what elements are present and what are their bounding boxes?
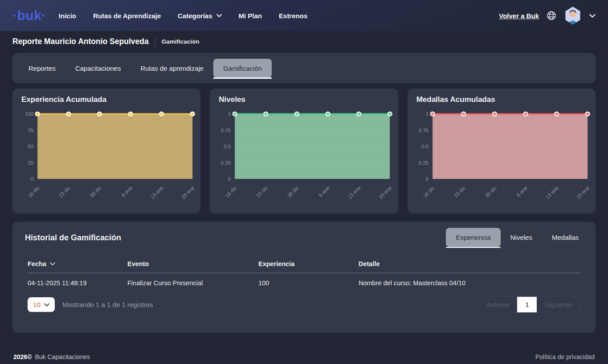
svg-text:0.5: 0.5	[224, 144, 231, 149]
page-size-select[interactable]: 10	[28, 297, 55, 312]
area-chart-niveles: 00.250.50.75116 dic23 dic30 dic6 ene13 e…	[214, 108, 393, 208]
table-header-row: FechaEventoExperienciaDetalle	[28, 260, 580, 273]
svg-text:0.75: 0.75	[221, 128, 231, 133]
history-tabs: ExperienciaNivelesMedallas	[446, 228, 588, 247]
table-cell: Finalizar Curso Presencial	[127, 273, 258, 292]
privacy-policy-link[interactable]: Política de privacidad	[535, 353, 595, 360]
profile-chevron-down-icon[interactable]	[589, 14, 596, 18]
svg-text:20 ene: 20 ene	[180, 185, 195, 200]
column-header-experiencia[interactable]: Experiencia	[258, 260, 359, 267]
report-tabs-bar: ReportesCapacitacionesRutas de aprendiza…	[12, 53, 596, 83]
svg-text:13 ene: 13 ene	[347, 185, 362, 200]
svg-text:6 ene: 6 ene	[318, 185, 331, 198]
svg-text:30 dic: 30 dic	[484, 185, 497, 198]
area-chart-medallas-acumuladas: 00.250.50.75116 dic23 dic30 dic6 ene13 e…	[412, 108, 591, 208]
column-header-evento[interactable]: Evento	[127, 260, 258, 267]
avatar[interactable]	[564, 6, 582, 25]
nav-item-estrenos[interactable]: Estrenos	[279, 12, 307, 20]
table-cell: 04-11-2025 11:48:19	[28, 273, 127, 292]
svg-text:23 dic: 23 dic	[255, 185, 269, 198]
column-header-fecha[interactable]: Fecha	[28, 260, 127, 267]
history-tab-experiencia[interactable]: Experiencia	[446, 228, 500, 247]
current-page-button[interactable]: 1	[517, 297, 537, 312]
svg-text:25: 25	[28, 160, 33, 166]
svg-text:50: 50	[28, 144, 33, 149]
svg-text:100: 100	[25, 111, 33, 117]
table-row: 04-11-2025 11:48:19Finalizar Curso Prese…	[28, 273, 580, 292]
tab-capacitaciones[interactable]: Capacitaciones	[65, 59, 131, 78]
pager: Anterior 1 Siguiente	[478, 296, 580, 313]
svg-text:20 ene: 20 ene	[575, 185, 590, 200]
top-navbar: ·buk· InicioRutas de AprendizajeCategorí…	[0, 0, 608, 31]
chart-card-niveles: Niveles00.250.50.75116 dic23 dic30 dic6 …	[210, 89, 398, 214]
globe-icon[interactable]	[547, 11, 556, 20]
column-header-detalle[interactable]: Detalle	[359, 260, 580, 267]
svg-text:20 ene: 20 ene	[378, 185, 393, 200]
chart-title: Niveles	[219, 95, 393, 104]
svg-text:0.75: 0.75	[418, 128, 428, 133]
svg-text:13 ene: 13 ene	[544, 185, 559, 200]
svg-text:23 dic: 23 dic	[58, 185, 71, 198]
svg-text:1: 1	[425, 111, 428, 117]
svg-text:16 dic: 16 dic	[224, 185, 238, 198]
pagination-row: 10 Mostrando 1 a 1 de 1 registros Anteri…	[28, 296, 580, 313]
svg-text:30 dic: 30 dic	[89, 185, 102, 198]
nav-item-label: Estrenos	[279, 12, 307, 20]
chart-title: Experiencia Acumulada	[21, 95, 196, 104]
nav-item-inicio[interactable]: Inicio	[59, 12, 76, 20]
table-cell: Nombre del curso: Masterclass 04/10	[359, 273, 580, 292]
records-summary: Mostrando 1 a 1 de 1 registros	[62, 301, 153, 308]
svg-text:23 dic: 23 dic	[453, 185, 466, 198]
nav-item-label: Inicio	[59, 12, 76, 20]
svg-text:1: 1	[228, 111, 231, 117]
nav-item-label: Categorías	[178, 12, 212, 20]
history-tab-niveles[interactable]: Niveles	[501, 228, 542, 247]
svg-text:0.25: 0.25	[221, 160, 231, 166]
nav-item-label: Rutas de Aprendizaje	[93, 12, 161, 20]
tab-reportes[interactable]: Reportes	[19, 59, 65, 78]
svg-text:13 ene: 13 ene	[150, 185, 164, 200]
svg-text:0: 0	[228, 176, 231, 182]
page-title: Reporte Mauricio Antonio Sepulveda	[12, 37, 149, 46]
svg-text:0: 0	[31, 176, 33, 182]
page-size-value: 10	[33, 301, 41, 308]
table-body: 04-11-2025 11:48:19Finalizar Curso Prese…	[28, 273, 580, 292]
history-tab-medallas[interactable]: Medallas	[542, 228, 588, 247]
svg-text:6 ene: 6 ene	[121, 185, 134, 198]
nav-item-mi-plan[interactable]: Mi Plan	[239, 12, 262, 20]
navbar-items: InicioRutas de AprendizajeCategoríasMi P…	[59, 12, 307, 20]
table-cell: 100	[258, 273, 359, 292]
svg-text:75: 75	[28, 128, 33, 133]
nav-item-categorias[interactable]: Categorías	[178, 12, 222, 20]
history-title: Historial de Gamificación	[25, 233, 121, 243]
chart-card-medallas-acumuladas: Medallas Acumuladas00.250.50.75116 dic23…	[408, 89, 596, 214]
svg-text:16 dic: 16 dic	[27, 185, 40, 198]
svg-text:6 ene: 6 ene	[515, 185, 528, 198]
sort-chevron-down-icon	[50, 262, 55, 266]
area-chart-experiencia-acumulada: 025507510016 dic23 dic30 dic6 ene13 ene2…	[17, 108, 196, 208]
footer-brand: Buk Capacitaciones	[35, 353, 90, 360]
title-divider	[155, 37, 155, 46]
navbar-right: Volver a Buk	[499, 6, 596, 25]
history-table: FechaEventoExperienciaDetalle 04-11-2025…	[28, 260, 580, 292]
svg-text:16 dic: 16 dic	[422, 185, 435, 198]
chevron-down-icon	[216, 14, 222, 17]
svg-text:0: 0	[425, 176, 428, 182]
tab-rutas-de-aprendizaje[interactable]: Rutas de aprendizaje	[131, 59, 213, 78]
history-card: Historial de Gamificación ExperienciaNiv…	[12, 222, 596, 333]
nav-item-rutas-de-aprendizaje[interactable]: Rutas de Aprendizaje	[93, 12, 161, 20]
select-chevron-down-icon	[44, 303, 49, 307]
svg-text:30 dic: 30 dic	[286, 185, 300, 198]
footer: 2026© Buk Capacitaciones Política de pri…	[13, 353, 595, 360]
page-subtitle: Gamificación	[162, 38, 200, 45]
chart-title: Medallas Acumuladas	[416, 95, 591, 104]
nav-item-label: Mi Plan	[239, 12, 262, 20]
tab-gamificacion[interactable]: Gamificación	[213, 59, 272, 78]
previous-page-button[interactable]: Anterior	[479, 297, 518, 312]
charts-row: Experiencia Acumulada025507510016 dic23 …	[12, 89, 596, 214]
svg-text:0.5: 0.5	[421, 144, 428, 149]
volver-a-buk-link[interactable]: Volver a Buk	[499, 12, 539, 20]
page-header: Reporte Mauricio Antonio Sepulveda Gamif…	[0, 31, 608, 51]
next-page-button[interactable]: Siguiente	[537, 297, 580, 312]
buk-logo[interactable]: ·buk·	[12, 9, 46, 22]
